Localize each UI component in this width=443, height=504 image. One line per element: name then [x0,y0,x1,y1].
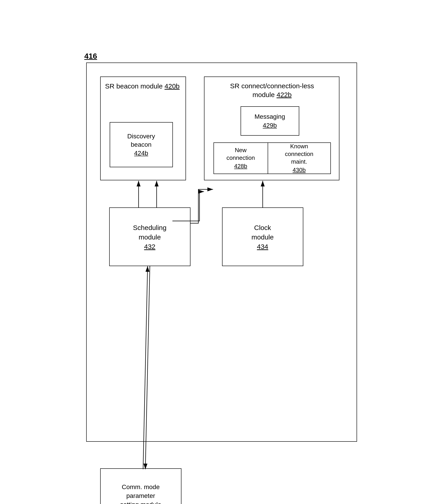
diagram-container: 416 SR beacon module 420b Discoverybeaco… [52,15,391,489]
sr-beacon-label: 420b [164,82,180,90]
known-connection-box: Knownconnectionmaint. 430b [268,143,331,174]
sr-connect-title: SR connect/connection-lessmodule 422b [218,81,326,99]
known-connection-title: Knownconnectionmaint. [285,143,314,165]
sr-beacon-box: SR beacon module 420b Discoverybeacon 42… [100,76,186,180]
clock-module-title: Clockmodule [251,223,274,242]
new-connection-box: Newconnection 428b [213,143,268,174]
known-connection-label: 430b [293,167,306,174]
outer-box-416: 416 SR beacon module 420b Discoverybeaco… [86,63,357,442]
outer-box-label: 416 [84,52,97,60]
messaging-box: Messaging 429b [241,106,299,136]
comm-mode-box: Comm. modeparametersetting module 418 [100,468,181,504]
comm-mode-title: Comm. modeparametersetting module [120,483,161,504]
clock-module-box: Clockmodule 434 [222,207,303,266]
clock-module-label: 434 [257,243,268,251]
sr-beacon-title: SR beacon module [105,82,163,90]
svg-line-7 [145,266,150,469]
discovery-beacon-label: 424b [134,150,148,157]
messaging-label: 429b [263,122,277,129]
discovery-beacon-title: Discoverybeacon [127,132,155,149]
svg-line-8 [143,266,148,469]
new-connection-label: 428b [234,163,247,170]
sr-connect-box: SR connect/connection-lessmodule 422b Me… [204,76,339,180]
messaging-title: Messaging [255,113,285,121]
scheduling-module-box: Schedulingmodule 432 [109,207,191,266]
sr-connect-label: 422b [276,91,292,98]
scheduling-module-title: Schedulingmodule [133,223,166,242]
new-connection-title: Newconnection [227,146,255,162]
scheduling-module-label: 432 [144,243,155,251]
page: 416 SR beacon module 420b Discoverybeaco… [0,0,443,504]
discovery-beacon-box: Discoverybeacon 424b [110,122,173,167]
